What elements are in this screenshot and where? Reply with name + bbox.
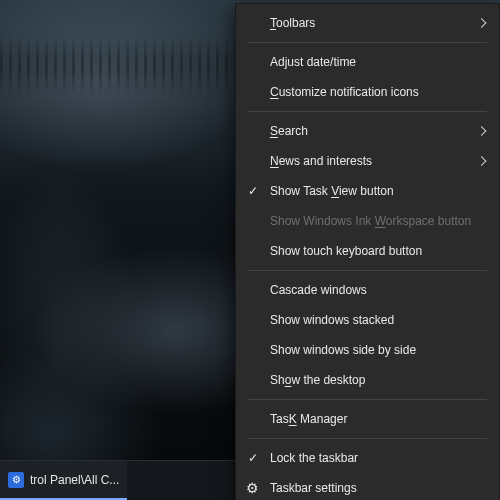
menu-separator: [248, 42, 487, 43]
control-panel-icon: ⚙: [8, 472, 24, 488]
menu-show-task-view[interactable]: Show Task View button: [236, 176, 499, 206]
wallpaper-trees: [0, 35, 260, 95]
menu-adjust-date-time[interactable]: Adjust date/time: [236, 47, 499, 77]
menu-toolbars[interactable]: Toolbars: [236, 8, 499, 38]
menu-show-ink-workspace: Show Windows Ink Workspace button: [236, 206, 499, 236]
menu-separator: [248, 399, 487, 400]
menu-adjust-date-time-label: Adjust date/time: [270, 55, 356, 69]
menu-show-windows-sbs-label: Show windows side by side: [270, 343, 416, 357]
menu-separator: [248, 111, 487, 112]
menu-show-the-desktop[interactable]: Show the desktop: [236, 365, 499, 395]
menu-separator: [248, 270, 487, 271]
taskbar-context-menu: Toolbars Adjust date/time Customize noti…: [235, 3, 500, 500]
menu-customize-notification-icons[interactable]: Customize notification icons: [236, 77, 499, 107]
menu-show-windows-stacked[interactable]: Show windows stacked: [236, 305, 499, 335]
menu-lock-the-taskbar[interactable]: Lock the taskbar: [236, 443, 499, 473]
menu-customize-notification-icons-label: Customize notification icons: [270, 85, 419, 99]
menu-task-manager-label: TasK Manager: [270, 412, 347, 426]
menu-separator: [248, 438, 487, 439]
menu-lock-the-taskbar-label: Lock the taskbar: [270, 451, 358, 465]
taskbar-app-control-panel[interactable]: ⚙ trol Panel\All C...: [0, 461, 127, 500]
menu-search[interactable]: Search: [236, 116, 499, 146]
menu-news-and-interests[interactable]: News and interests: [236, 146, 499, 176]
menu-show-windows-stacked-label: Show windows stacked: [270, 313, 394, 327]
menu-show-the-desktop-label: Show the desktop: [270, 373, 365, 387]
taskbar-app-label: trol Panel\All C...: [30, 473, 119, 487]
menu-show-touch-keyboard-label: Show touch keyboard button: [270, 244, 422, 258]
taskbar-left: ⚙ trol Panel\All C...: [0, 461, 127, 500]
menu-show-ink-workspace-label: Show Windows Ink Workspace button: [270, 214, 471, 228]
menu-taskbar-settings[interactable]: Taskbar settings: [236, 473, 499, 500]
menu-show-windows-side-by-side[interactable]: Show windows side by side: [236, 335, 499, 365]
menu-taskbar-settings-label: Taskbar settings: [270, 481, 357, 495]
menu-news-label: News and interests: [270, 154, 372, 168]
menu-show-touch-keyboard[interactable]: Show touch keyboard button: [236, 236, 499, 266]
menu-cascade-windows-label: Cascade windows: [270, 283, 367, 297]
menu-task-manager[interactable]: TasK Manager: [236, 404, 499, 434]
menu-toolbars-label: Toolbars: [270, 16, 315, 30]
menu-show-task-view-label: Show Task View button: [270, 184, 394, 198]
menu-cascade-windows[interactable]: Cascade windows: [236, 275, 499, 305]
menu-search-label: Search: [270, 124, 308, 138]
